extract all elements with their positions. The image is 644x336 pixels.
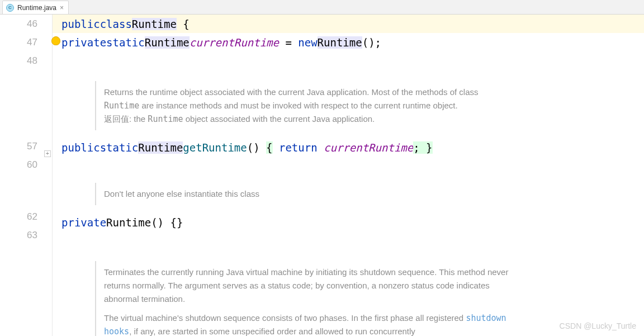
code-line[interactable] <box>53 51 644 70</box>
code-line[interactable] <box>53 157 644 175</box>
code-line[interactable]: private static Runtime currentRuntime = … <box>53 33 644 51</box>
line-number[interactable]: 48 <box>0 51 37 70</box>
code-line[interactable] <box>53 231 644 250</box>
close-icon[interactable]: × <box>60 4 64 12</box>
javadoc-block: Returns the runtime object associated wi… <box>95 81 520 130</box>
code-line[interactable]: private Runtime() {} <box>53 213 644 231</box>
editor: 46 47 48 57 + 60 62 63 public class Runt… <box>0 15 644 336</box>
tab-bar: C Runtime.java × <box>0 0 644 15</box>
line-number[interactable]: 60 <box>0 155 37 174</box>
javadoc-block: Terminates the currently running Java vi… <box>95 261 520 336</box>
line-number[interactable]: 47 <box>0 33 37 51</box>
editor-tab[interactable]: C Runtime.java × <box>2 1 69 14</box>
code-area[interactable]: public class Runtime { private static Ru… <box>53 15 644 336</box>
fold-marker-icon[interactable]: + <box>44 150 51 157</box>
code-line[interactable]: public static Runtime getRuntime() { ret… <box>53 138 644 157</box>
tab-filename: Runtime.java <box>17 4 56 12</box>
watermark: CSDN @Lucky_Turtle <box>560 321 636 330</box>
line-number[interactable]: 63 <box>0 226 37 244</box>
line-number[interactable]: 57 <box>0 137 37 155</box>
line-number[interactable]: 46 <box>0 15 37 33</box>
javadoc-block: Don't let anyone else instantiate this c… <box>95 183 520 205</box>
java-class-icon: C <box>6 4 14 12</box>
code-line[interactable]: public class Runtime { <box>53 15 644 33</box>
intention-bulb-icon[interactable] <box>51 36 60 45</box>
line-number[interactable]: 62 <box>0 207 37 226</box>
gutter: 46 47 48 57 + 60 62 63 <box>0 15 53 336</box>
